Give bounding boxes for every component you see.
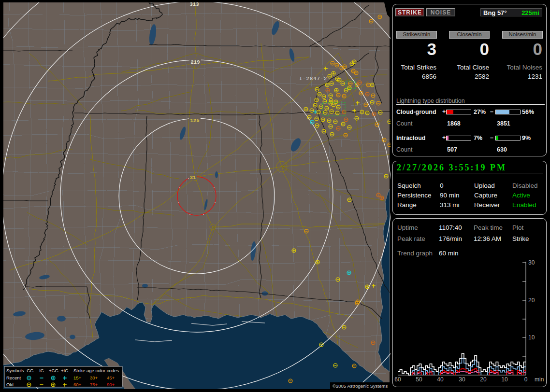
svg-text:Recent: Recent: [6, 375, 21, 380]
svg-text:+CG: +CG: [49, 368, 58, 373]
svg-text:-IC: -IC: [38, 368, 44, 373]
svg-text:60: 60: [394, 376, 401, 383]
svg-text:©2005 Astrogenic Systems: ©2005 Astrogenic Systems: [333, 383, 388, 389]
svg-text:15+: 15+: [73, 375, 82, 380]
svg-text:-CG: -CG: [25, 368, 33, 373]
svg-text:30: 30: [528, 259, 535, 266]
svg-text:10: 10: [501, 376, 508, 383]
svg-text:30: 30: [459, 376, 465, 383]
svg-text:40: 40: [437, 376, 444, 383]
svg-text:45+: 45+: [107, 375, 115, 380]
svg-text:30+: 30+: [90, 375, 98, 380]
svg-text:Strike age color codes: Strike age color codes: [73, 368, 119, 373]
svg-text:219: 219: [191, 59, 200, 65]
svg-text:Old: Old: [6, 382, 14, 387]
svg-text:60+: 60+: [73, 382, 82, 387]
svg-text:31: 31: [190, 175, 196, 181]
svg-text:10: 10: [528, 334, 535, 341]
svg-text:Symbols: Symbols: [6, 368, 24, 373]
svg-text:125: 125: [190, 118, 200, 124]
svg-text:75+: 75+: [90, 382, 98, 387]
svg-text:50: 50: [416, 376, 422, 383]
svg-text:I-2847-2–: I-2847-2–: [299, 76, 331, 82]
svg-text:90+: 90+: [107, 382, 115, 387]
svg-text:0: 0: [524, 376, 528, 383]
svg-text:20: 20: [480, 376, 487, 383]
svg-text:min: min: [535, 376, 544, 383]
svg-text:+IC: +IC: [61, 368, 68, 373]
svg-text:20: 20: [528, 297, 535, 304]
